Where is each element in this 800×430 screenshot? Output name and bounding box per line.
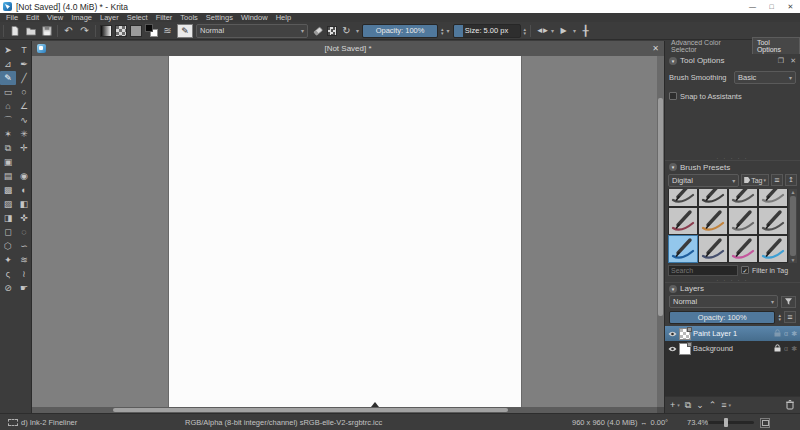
brush-preset-thumbnail[interactable] bbox=[698, 207, 728, 235]
collapse-icon[interactable]: ▾ bbox=[669, 57, 677, 65]
tool-smart-patch[interactable]: ▨ bbox=[0, 197, 16, 211]
alpha-icon[interactable]: α bbox=[784, 330, 788, 337]
tool-polygon-select[interactable]: ⬡ bbox=[0, 239, 16, 253]
tool-enclose-fill[interactable]: ◨ bbox=[0, 211, 16, 225]
tool-select-shapes[interactable]: ➤ bbox=[0, 43, 16, 57]
menu-filter[interactable]: Filter bbox=[152, 13, 177, 22]
tool-line[interactable]: ╱ bbox=[16, 71, 32, 85]
tool-ellipse[interactable]: ○ bbox=[16, 85, 32, 99]
tag-filter-combo[interactable]: Digital ▾ bbox=[668, 174, 739, 187]
eraser-mode-button[interactable] bbox=[311, 24, 324, 38]
horizontal-scrollbar-thumb[interactable] bbox=[113, 408, 508, 412]
layer-properties-button[interactable]: ≡ bbox=[721, 400, 726, 410]
tool-polygon[interactable]: ⌂ bbox=[0, 99, 16, 113]
brush-preset-thumbnail[interactable] bbox=[758, 207, 788, 235]
eye-icon[interactable] bbox=[668, 331, 677, 337]
fit-canvas-button[interactable] bbox=[760, 414, 770, 430]
size-slider[interactable]: Size: 5.00 px bbox=[453, 24, 521, 38]
canvas[interactable] bbox=[169, 56, 521, 407]
zoom-level[interactable]: 73.4% bbox=[687, 414, 708, 430]
chevron-down-icon[interactable]: ▾ bbox=[677, 402, 680, 408]
opacity-slider[interactable]: Opacity: 100% bbox=[362, 24, 438, 38]
delete-layer-button[interactable] bbox=[785, 399, 795, 412]
menu-window[interactable]: Window bbox=[237, 13, 272, 22]
reload-preset-button[interactable]: ↻ bbox=[340, 24, 353, 38]
layer-row[interactable]: Paint Layer 1α✱ bbox=[665, 326, 800, 341]
brush-preset-thumbnail[interactable] bbox=[668, 189, 698, 207]
tool-contiguous-select[interactable]: ✦ bbox=[0, 253, 16, 267]
tool-bezier-select[interactable]: ς bbox=[0, 267, 16, 281]
blending-mode-combo[interactable]: Normal ▾ bbox=[196, 24, 308, 38]
lock-icon[interactable] bbox=[774, 344, 781, 353]
foreground-color-swatch[interactable] bbox=[145, 24, 153, 32]
tool-color-sampler[interactable]: ◉ bbox=[16, 169, 32, 183]
tool-rect-select[interactable]: ◻ bbox=[0, 225, 16, 239]
tool-freehand-path[interactable]: ∿ bbox=[16, 113, 32, 127]
brush-preset-thumbnail[interactable] bbox=[698, 189, 728, 207]
tool-magnetic-select[interactable]: ≀ bbox=[16, 267, 32, 281]
gradient-swatch[interactable] bbox=[100, 25, 112, 37]
tool-fill[interactable]: ◧ bbox=[16, 197, 32, 211]
chevron-down-icon[interactable]: ▾ bbox=[729, 402, 732, 408]
brush-preset-thumbnail[interactable] bbox=[758, 189, 788, 207]
wraparound-mode-button[interactable]: ╂ bbox=[579, 24, 592, 38]
collapse-icon[interactable]: ▾ bbox=[669, 163, 677, 171]
brush-preset-thumbnail[interactable] bbox=[728, 207, 758, 235]
choose-brush-preset-button[interactable]: ≋ bbox=[161, 24, 174, 38]
mirror-horizontal-button[interactable]: ◄► bbox=[535, 24, 548, 38]
tool-move[interactable]: ✛ bbox=[16, 141, 32, 155]
canvas-angle-widget[interactable]: ↔ 0.00° bbox=[640, 414, 668, 430]
undo-button[interactable]: ↶ bbox=[62, 24, 75, 38]
opacity-spinner[interactable]: ▴ ▾ bbox=[441, 27, 444, 35]
canvas-viewport[interactable] bbox=[32, 56, 657, 407]
menu-help[interactable]: Help bbox=[272, 13, 295, 22]
menu-view[interactable]: View bbox=[43, 13, 67, 22]
restore-button[interactable]: □ bbox=[762, 0, 781, 13]
add-layer-button[interactable]: + bbox=[670, 400, 675, 410]
mirror-vertical-button[interactable]: ▶ bbox=[557, 24, 570, 38]
snap-to-assistants-checkbox[interactable] bbox=[669, 92, 677, 100]
spinner-down-icon[interactable]: ▾ bbox=[778, 317, 781, 321]
presets-menu-button[interactable]: ≡ bbox=[771, 174, 783, 186]
tool-pan[interactable]: ☛ bbox=[16, 281, 32, 295]
tool-pattern-edit[interactable]: ▩ bbox=[0, 183, 16, 197]
tool-polyline[interactable]: ∠ bbox=[16, 99, 32, 113]
presets-scrollbar-thumb[interactable] bbox=[790, 196, 796, 256]
brush-preset-thumbnail[interactable] bbox=[728, 235, 758, 263]
spinner-down-icon[interactable]: ▾ bbox=[441, 31, 444, 35]
zoom-slider[interactable] bbox=[708, 414, 754, 430]
new-document-button[interactable] bbox=[8, 24, 21, 38]
eye-icon[interactable] bbox=[668, 346, 677, 352]
tag-button[interactable]: Tag ▾ bbox=[741, 174, 769, 186]
scroll-up-icon[interactable]: ▲ bbox=[791, 189, 796, 195]
foreground-background-colors[interactable] bbox=[145, 24, 158, 37]
pattern-swatch[interactable] bbox=[115, 25, 127, 37]
tool-multibrush[interactable]: ✳ bbox=[16, 127, 32, 141]
layer-thumbnail[interactable] bbox=[679, 328, 691, 340]
brush-preset-thumbnail[interactable] bbox=[698, 235, 728, 263]
fill-swatch[interactable] bbox=[130, 25, 142, 37]
alpha-icon[interactable]: α bbox=[784, 345, 788, 352]
menu-tools[interactable]: Tools bbox=[176, 13, 202, 22]
chevron-down-icon[interactable]: ▾ bbox=[447, 27, 450, 34]
minimize-button[interactable]: — bbox=[743, 0, 762, 13]
filter-in-tag-checkbox[interactable]: ✓ bbox=[741, 266, 749, 274]
tool-similar-select[interactable]: ≋ bbox=[16, 253, 32, 267]
float-docker-icon[interactable]: ❐ bbox=[778, 57, 784, 65]
tool-calligraphy[interactable]: ✒ bbox=[16, 57, 32, 71]
tool-transform[interactable]: ⧉ bbox=[0, 141, 16, 155]
tool-freehand-select[interactable]: ∽ bbox=[16, 239, 32, 253]
tool-crop[interactable]: ▣ bbox=[0, 155, 16, 169]
layer-opacity-slider[interactable]: Opacity: 100% bbox=[669, 311, 775, 324]
menu-edit[interactable]: Edit bbox=[22, 13, 43, 22]
chevron-down-icon[interactable]: ▾ bbox=[573, 27, 576, 34]
tool-edit-shapes[interactable]: ⊿ bbox=[0, 57, 16, 71]
close-button[interactable]: ✕ bbox=[781, 0, 800, 13]
tool-colorize-mask[interactable]: ◐ bbox=[16, 183, 32, 197]
layer-filter-button[interactable] bbox=[781, 296, 796, 308]
tool-rectangle[interactable]: ▭ bbox=[0, 85, 16, 99]
collapse-icon[interactable]: ▾ bbox=[669, 285, 677, 293]
colorspace-info[interactable]: RGB/Alpha (8-bit integer/channel) sRGB-e… bbox=[185, 414, 382, 430]
tool-text[interactable]: T bbox=[16, 43, 32, 57]
move-layer-down-button[interactable]: ⌄ bbox=[696, 400, 704, 410]
